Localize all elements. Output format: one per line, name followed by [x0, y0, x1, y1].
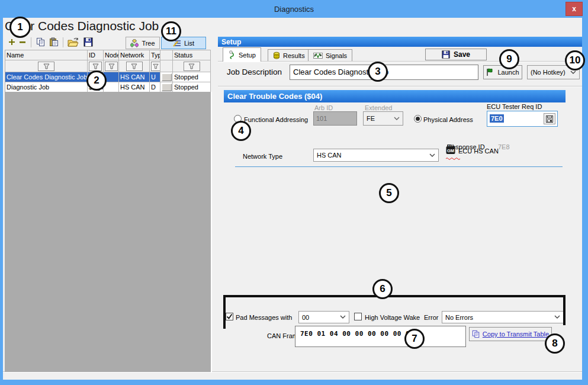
chevron-down-icon — [570, 70, 576, 75]
job-status-cell: Stopped — [173, 72, 211, 82]
tree-icon — [130, 39, 139, 47]
toolbar-separator — [31, 37, 31, 47]
chevron-down-icon — [429, 153, 435, 158]
pad-value: 00 — [302, 314, 309, 321]
job-table: Name ID Node Network Typ Status Clear Co… — [5, 50, 211, 92]
filter-button-node[interactable] — [105, 62, 118, 71]
extended-dropdown[interactable]: FE — [363, 111, 403, 126]
annotation-circle-3: 3 — [368, 62, 388, 82]
extended-label: Extended — [365, 104, 392, 111]
ecu-tester-req-id-field[interactable]: 7E0 — [487, 111, 558, 127]
arb-id-label: Arb ID — [314, 104, 333, 111]
annotation-circle-6: 6 — [372, 279, 393, 299]
funnel-icon — [43, 63, 50, 69]
save-button[interactable]: Save — [425, 49, 487, 60]
close-button[interactable]: x — [565, 2, 583, 16]
column-header-node[interactable]: Node — [104, 50, 119, 60]
job-status-cell: Stopped — [173, 82, 211, 92]
check-icon — [226, 313, 233, 320]
funnel-icon — [108, 63, 115, 69]
filter-button-status[interactable] — [184, 62, 200, 71]
annotation-circle-7: 7 — [404, 329, 425, 349]
toolbar-separator — [63, 37, 63, 47]
column-header-status[interactable]: Status — [173, 50, 211, 60]
status-bar — [3, 372, 582, 380]
filter-button-network[interactable] — [126, 62, 143, 71]
extended-dropdown-value: FE — [367, 115, 375, 122]
copy-button[interactable] — [36, 37, 46, 47]
tree-view-button[interactable]: Tree — [126, 37, 160, 49]
spellcheck-squiggle — [446, 157, 460, 160]
pad-messages-checkbox[interactable] — [226, 313, 233, 320]
list-button-label: List — [184, 40, 194, 47]
clear-trouble-codes-header: Clear Trouble Codes ($04) — [224, 90, 565, 102]
remove-button[interactable] — [18, 37, 27, 47]
window-title: Diagnostics — [274, 5, 314, 14]
title-bar: Diagnostics — [0, 0, 588, 18]
filter-button-type[interactable] — [151, 62, 160, 71]
annotation-circle-10: 10 — [565, 50, 585, 70]
tab-setup-label: Setup — [239, 52, 256, 59]
filter-button-name[interactable] — [38, 62, 54, 71]
pad-value-dropdown[interactable]: 00 — [298, 311, 349, 323]
paste-button[interactable] — [49, 37, 59, 47]
plus-icon — [8, 38, 15, 46]
column-header-name[interactable]: Name — [5, 50, 88, 60]
job-description-label: Job Description — [227, 68, 282, 76]
filter-button-id[interactable] — [89, 62, 102, 71]
annotation-bracket-right — [563, 295, 565, 325]
save-button-label: Save — [454, 50, 470, 59]
table-header-row: Name ID Node Network Typ Status — [5, 50, 211, 60]
copy-icon — [36, 37, 46, 47]
status-indicator-box[interactable] — [162, 73, 172, 81]
section-separator-line — [235, 166, 563, 167]
add-button[interactable] — [7, 37, 17, 47]
annotation-bracket-top — [223, 295, 565, 297]
error-dropdown[interactable]: No Errors — [442, 311, 564, 323]
table-row[interactable]: Diagnostic Job $2_My_I HS CAN D Stopped — [5, 82, 211, 92]
tab-results[interactable]: Results — [268, 49, 310, 61]
svg-text:GM: GM — [447, 148, 454, 153]
job-type-cell: D — [150, 82, 160, 92]
annotation-circle-4: 4 — [231, 121, 251, 141]
network-type-dropdown[interactable]: HS CAN — [313, 149, 439, 162]
launch-button-label: Launch — [497, 69, 519, 76]
hex-pad-button[interactable] — [544, 113, 555, 124]
paste-icon — [49, 37, 59, 47]
signals-icon — [313, 52, 323, 59]
save-tool-button[interactable] — [83, 37, 94, 47]
ecu-tester-req-id-label: ECU Tester Req ID — [487, 103, 542, 110]
chevron-down-icon — [554, 315, 560, 319]
physical-address-radio[interactable] — [414, 115, 422, 123]
ecu-network-label: ECU HS CAN — [458, 147, 499, 155]
can-frames-field[interactable]: 7E0 01 04 00 00 00 00 00 00 — [295, 326, 466, 347]
table-row[interactable]: Clear Codes Diagnostic Job $04 HS CAN U … — [5, 72, 211, 82]
tab-setup[interactable]: Setup — [223, 47, 261, 62]
annotation-circle-11: 11 — [161, 21, 181, 41]
arb-id-field[interactable]: 101 — [313, 111, 357, 126]
launch-flag-icon — [486, 68, 494, 76]
high-voltage-wake-checkbox[interactable] — [354, 313, 362, 320]
annotation-circle-8: 8 — [545, 333, 565, 354]
tab-signals[interactable]: Signals — [308, 49, 352, 61]
chevron-down-icon — [340, 315, 346, 319]
funnel-icon — [92, 63, 99, 69]
error-dropdown-value: No Errors — [445, 314, 473, 321]
setup-panel-header: Setup — [218, 37, 582, 47]
column-header-indicator — [160, 50, 173, 60]
close-icon: x — [572, 5, 576, 13]
results-icon — [273, 52, 280, 59]
column-header-network[interactable]: Network — [119, 50, 150, 60]
copy-to-transmit-link[interactable]: Copy to Transmit Table — [483, 331, 549, 338]
annotation-circle-9: 9 — [499, 49, 519, 69]
floppy-icon — [442, 50, 450, 59]
chevron-down-icon — [394, 117, 400, 121]
open-button[interactable] — [67, 36, 79, 48]
status-indicator-box[interactable] — [162, 84, 172, 91]
network-type-label: Network Type — [243, 153, 282, 160]
copy-to-transmit-button[interactable]: Copy to Transmit Table — [469, 327, 552, 341]
column-header-id[interactable]: ID — [88, 50, 104, 60]
gm-chip-icon: GM — [446, 145, 455, 156]
column-header-type[interactable]: Typ — [150, 50, 160, 60]
copy-icon — [472, 330, 480, 338]
